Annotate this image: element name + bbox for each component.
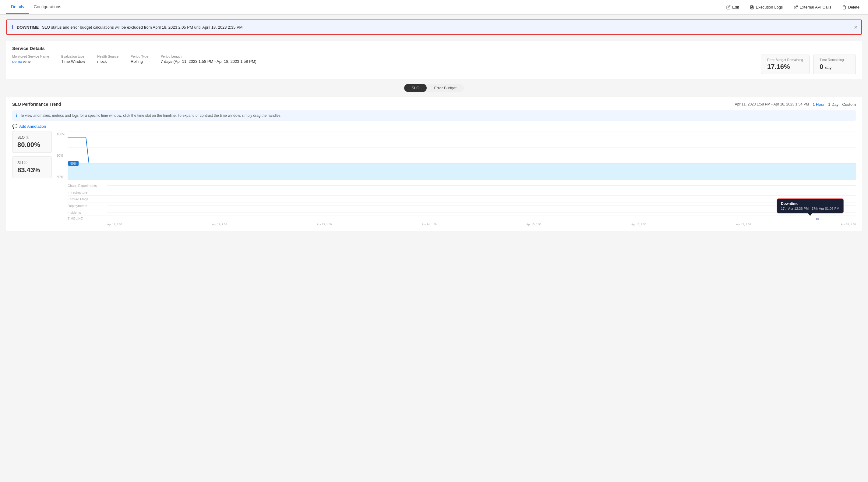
- banner-close-button[interactable]: ✕: [854, 24, 858, 30]
- tab-details[interactable]: Details: [6, 0, 29, 14]
- slo-chart-svg: 80%: [68, 131, 856, 180]
- time-remaining-card: Time Remaining 0 day: [813, 55, 856, 74]
- delete-button[interactable]: Delete: [840, 4, 862, 11]
- chaos-experiments-row: Chaos Experiments: [68, 182, 856, 189]
- slo-stat-card: SLO ⓘ 80.00%: [12, 131, 52, 153]
- info-bar-text: To view anomalies, metrics and logs for …: [20, 113, 281, 118]
- trend-controls: Apr 11, 2023 1:58 PM - Apr 18, 2023 1:54…: [735, 102, 856, 107]
- trend-date-range: Apr 11, 2023 1:58 PM - Apr 18, 2023 1:54…: [735, 102, 809, 106]
- incidents-row: Incidents: [68, 209, 856, 216]
- chart-area: SLO ⓘ 80.00% SLI ⓘ 83.43%: [12, 131, 856, 226]
- trash-icon: [842, 5, 846, 9]
- service-name-link[interactable]: demo: [12, 59, 22, 64]
- meta-monitored-service: Monitored Service Name demo /env: [12, 55, 49, 64]
- main-content: ℹ DOWNTIME SLO status and error budget c…: [0, 15, 868, 482]
- trend-header: SLO Performance Trend Apr 11, 2023 1:58 …: [12, 102, 856, 107]
- svg-text:80%: 80%: [70, 162, 76, 165]
- pencil-icon: [726, 5, 731, 9]
- chart-svg-container[interactable]: 80% Chaos Experiments Infrastructure: [68, 131, 856, 226]
- error-budget-toggle-button[interactable]: Error Budget: [427, 84, 464, 92]
- toggle-group: SLO Error Budget: [404, 84, 464, 92]
- downtime-marker[interactable]: ∞ Downtime 17th Apr 12:36 PM - 17th Apr …: [816, 216, 819, 222]
- chart-container: 100% 90% 80%: [57, 131, 856, 226]
- trend-section: SLO Performance Trend Apr 11, 2023 1:58 …: [6, 97, 862, 231]
- info-icon: ℹ: [11, 24, 14, 30]
- add-annotation-button[interactable]: 💬 Add Annotation: [12, 124, 856, 129]
- downtime-icon: ∞: [816, 216, 819, 222]
- timeline-row: TIMELINE ∞ Downtime 17th Apr 12:36 PM -: [68, 216, 856, 222]
- tooltip-arrow: [808, 213, 812, 216]
- downtime-banner: ℹ DOWNTIME SLO status and error budget c…: [6, 20, 862, 35]
- sli-info-icon: ⓘ: [24, 160, 27, 165]
- 1hour-button[interactable]: 1 Hour: [812, 102, 825, 107]
- chart-rows: Chaos Experiments Infrastructure Feature…: [68, 182, 856, 222]
- service-meta: Monitored Service Name demo /env Evaluat…: [12, 55, 856, 74]
- svg-line-2: [796, 5, 797, 7]
- svg-rect-6: [68, 163, 856, 180]
- meta-health-source: Health Source mock: [97, 55, 119, 64]
- nav-tabs: Details Configurations: [6, 0, 66, 14]
- service-details-section: Service Details Monitored Service Name d…: [6, 41, 862, 79]
- external-api-calls-button[interactable]: External API Calls: [791, 4, 834, 11]
- error-budget-remaining-card: Error Budget Remaining 17.16%: [761, 55, 809, 74]
- slo-toggle-button[interactable]: SLO: [404, 84, 427, 92]
- service-details-title: Service Details: [12, 46, 856, 51]
- meta-period-type: Period Type Rolling: [131, 55, 149, 64]
- nav-actions: Edit Execution Logs External API Calls D…: [724, 4, 862, 11]
- tab-configurations[interactable]: Configurations: [29, 0, 66, 14]
- sli-stat-card: SLI ⓘ 83.43%: [12, 157, 52, 178]
- info-circle-icon: ℹ: [16, 113, 18, 118]
- meta-period-length: Period Length 7 days (Apr 11, 2023 1:58 …: [161, 55, 256, 64]
- info-bar: ℹ To view anomalies, metrics and logs fo…: [12, 110, 856, 121]
- trend-title: SLO Performance Trend: [12, 102, 61, 107]
- downtime-tooltip: Downtime 17th Apr 12:36 PM - 17th Apr 01…: [777, 198, 844, 214]
- slo-info-icon: ⓘ: [26, 135, 29, 140]
- top-navigation: Details Configurations Edit Execution Lo…: [0, 0, 868, 15]
- chart-left-stats: SLO ⓘ 80.00% SLI ⓘ 83.43%: [12, 131, 52, 226]
- y-axis: 100% 90% 80%: [57, 131, 68, 180]
- x-axis-labels: Apr 11, 1:58 Apr 12, 1:58 Apr 13, 1:58 A…: [68, 223, 856, 226]
- slo-toggle-section: SLO Error Budget: [6, 84, 862, 92]
- file-text-icon: [750, 5, 754, 9]
- feature-flags-row: Feature Flags: [68, 195, 856, 202]
- budget-cards: Error Budget Remaining 17.16% Time Remai…: [761, 55, 856, 74]
- external-link-icon: [794, 5, 798, 9]
- deployments-row: Deployments: [68, 202, 856, 209]
- execution-logs-button[interactable]: Execution Logs: [747, 4, 785, 11]
- custom-button[interactable]: Custom: [842, 102, 856, 107]
- banner-text: DOWNTIME SLO status and error budget cal…: [17, 25, 857, 30]
- annotation-chat-icon: 💬: [12, 124, 18, 129]
- edit-button[interactable]: Edit: [724, 4, 741, 11]
- infrastructure-row: Infrastructure: [68, 189, 856, 195]
- meta-evaluation-type: Evaluation type Time Window: [61, 55, 85, 64]
- 1day-button[interactable]: 1 Day: [828, 102, 838, 107]
